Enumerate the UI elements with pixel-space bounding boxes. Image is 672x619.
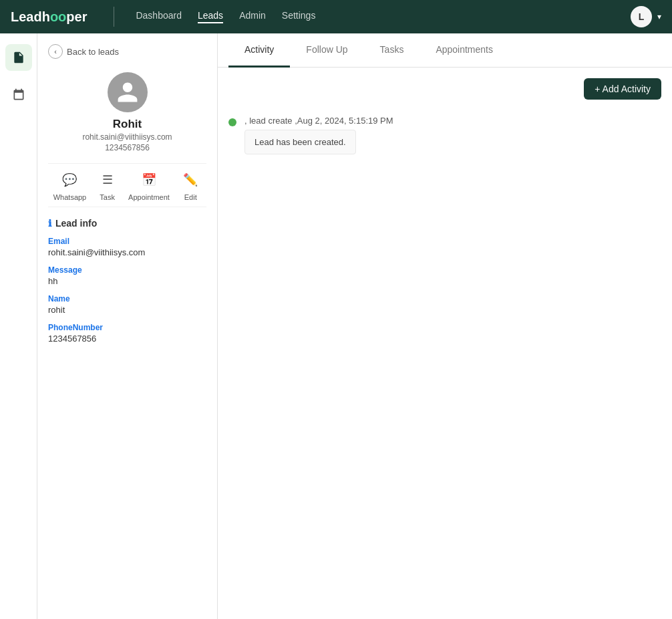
info-icon: ℹ xyxy=(48,218,51,229)
back-to-leads-link[interactable]: ‹ Back to leads xyxy=(48,44,206,59)
appointment-icon: 📅 xyxy=(138,169,160,191)
user-avatar-button[interactable]: L xyxy=(631,6,652,27)
tab-activity[interactable]: Activity xyxy=(228,33,290,68)
chevron-down-icon[interactable]: ▾ xyxy=(657,12,661,21)
activity-message: Lead has been created. xyxy=(244,130,356,154)
action-edit[interactable]: ✏️ Edit xyxy=(180,169,201,201)
lead-avatar xyxy=(108,72,148,112)
main-content: Activity Follow Up Tasks Appointments + … xyxy=(218,33,672,619)
info-field-email: Email rohit.saini@viithiisys.com xyxy=(48,237,206,257)
action-appointment[interactable]: 📅 Appointment xyxy=(128,169,170,201)
action-whatsapp[interactable]: 💬 Whatsapp xyxy=(53,169,87,201)
edit-icon: ✏️ xyxy=(180,169,201,191)
nav-settings[interactable]: Settings xyxy=(282,10,316,23)
lead-name: Rohit xyxy=(48,118,206,131)
nav-right: L ▾ xyxy=(631,6,661,27)
logo: Leadhooper xyxy=(11,9,87,25)
icon-sidebar xyxy=(0,33,37,619)
avatar-icon xyxy=(116,80,140,104)
nav-admin[interactable]: Admin xyxy=(239,10,266,23)
activity-header: , lead create ,Aug 2, 2024, 5:15:19 PM xyxy=(244,116,661,126)
lead-sidebar: ‹ Back to leads Rohit rohit.saini@viithi… xyxy=(37,33,218,619)
name-label: Name xyxy=(48,294,206,303)
tabs-bar: Activity Follow Up Tasks Appointments xyxy=(218,33,672,68)
tab-tasks[interactable]: Tasks xyxy=(364,33,420,68)
name-value: rohit xyxy=(48,305,206,315)
lead-actions: 💬 Whatsapp ☰ Task 📅 Appointment ✏️ Edit xyxy=(48,163,206,207)
phone-label: PhoneNumber xyxy=(48,323,206,332)
add-activity-button[interactable]: + Add Activity xyxy=(584,78,661,100)
sidebar-item-notes[interactable] xyxy=(5,44,32,71)
email-value: rohit.saini@viithiisys.com xyxy=(48,247,206,257)
phone-value: 1234567856 xyxy=(48,334,206,344)
email-label: Email xyxy=(48,237,206,246)
activity-item: , lead create ,Aug 2, 2024, 5:15:19 PM L… xyxy=(228,110,661,160)
nav-divider xyxy=(114,7,114,27)
lead-profile: Rohit rohit.saini@viithiisys.com 1234567… xyxy=(48,72,206,152)
sidebar-item-calendar[interactable] xyxy=(5,82,32,108)
action-task-label: Task xyxy=(100,193,115,201)
back-arrow-icon: ‹ xyxy=(48,44,63,59)
action-appointment-label: Appointment xyxy=(128,193,170,201)
activity-content: , lead create ,Aug 2, 2024, 5:15:19 PM L… xyxy=(244,116,661,154)
back-label: Back to leads xyxy=(67,47,119,57)
message-value: hh xyxy=(48,276,206,286)
info-field-name: Name rohit xyxy=(48,294,206,315)
tab-followup[interactable]: Follow Up xyxy=(290,33,363,68)
task-icon: ☰ xyxy=(97,169,118,191)
lead-info-heading: Lead info xyxy=(55,218,97,229)
lead-email: rohit.saini@viithiisys.com xyxy=(48,132,206,142)
main-layout: ‹ Back to leads Rohit rohit.saini@viithi… xyxy=(0,33,672,619)
topnav: Leadhooper Dashboard Leads Admin Setting… xyxy=(0,0,672,33)
nav-leads[interactable]: Leads xyxy=(198,10,223,23)
activity-list: , lead create ,Aug 2, 2024, 5:15:19 PM L… xyxy=(228,110,661,160)
tab-appointments[interactable]: Appointments xyxy=(419,33,509,68)
action-whatsapp-label: Whatsapp xyxy=(53,193,87,201)
nav-dashboard[interactable]: Dashboard xyxy=(136,10,182,23)
nav-links: Dashboard Leads Admin Settings xyxy=(136,10,315,23)
action-edit-label: Edit xyxy=(184,193,197,201)
info-field-message: Message hh xyxy=(48,265,206,286)
lead-info-section: ℹ Lead info Email rohit.saini@viithiisys… xyxy=(48,218,206,344)
activity-tab-content: + Add Activity , lead create ,Aug 2, 202… xyxy=(218,68,672,619)
action-task[interactable]: ☰ Task xyxy=(97,169,118,201)
whatsapp-icon: 💬 xyxy=(59,169,80,191)
notes-icon xyxy=(12,51,25,64)
info-field-phone: PhoneNumber 1234567856 xyxy=(48,323,206,344)
activity-dot-icon xyxy=(228,118,236,126)
calendar-icon xyxy=(12,88,25,102)
lead-info-title: ℹ Lead info xyxy=(48,218,206,229)
lead-phone: 1234567856 xyxy=(48,143,206,152)
message-label: Message xyxy=(48,265,206,275)
